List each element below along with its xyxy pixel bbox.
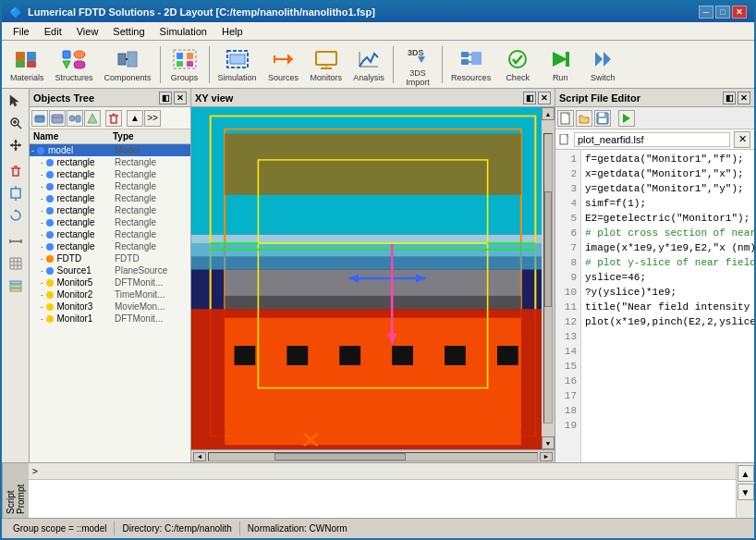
tree-row[interactable]: · rectangle Rectangle [30, 216, 190, 228]
script-filename-input[interactable] [574, 132, 730, 147]
script-run-button[interactable] [618, 110, 635, 127]
scroll-down-button[interactable]: ▼ [542, 436, 555, 449]
menu-view[interactable]: View [69, 24, 106, 39]
scroll-up-button[interactable]: ▲ [542, 107, 555, 120]
script-prompt-tab[interactable]: Script Prompt [2, 463, 29, 518]
scroll-thumb-v[interactable] [544, 191, 552, 307]
script-clear-button[interactable]: ✕ [734, 131, 750, 148]
menu-setting[interactable]: Setting [105, 24, 152, 39]
toolbar-materials[interactable]: Materials [6, 43, 49, 85]
tool-select[interactable] [6, 91, 26, 111]
tree-row[interactable]: · Monitor2 TimeMonit... [30, 288, 190, 301]
panel-close-button[interactable]: ✕ [174, 92, 187, 104]
svg-rect-4 [63, 51, 70, 58]
prompt-toolbar-v: ▲ ▼ [736, 463, 754, 518]
svg-point-72 [69, 116, 75, 121]
canvas-vertical-scrollbar[interactable]: ▲ ▼ [542, 107, 555, 449]
xy-close-button[interactable]: ✕ [538, 92, 551, 104]
toolbar-monitors[interactable]: Monitors [306, 43, 348, 85]
scroll-thumb-h[interactable] [274, 453, 406, 460]
line-number: 19 [559, 418, 577, 433]
tree-row[interactable]: · FDTD FDTD [30, 252, 190, 264]
code-area[interactable]: f=getdata("Monitor1","f");x=getdata("Mon… [581, 150, 754, 462]
xy-undock-button[interactable]: ◧ [523, 92, 536, 104]
prompt-input[interactable] [29, 480, 736, 518]
line-number: 8 [559, 255, 577, 270]
tool-pan[interactable] [6, 135, 26, 155]
tool-measure[interactable] [6, 231, 26, 252]
minimize-button[interactable]: ─ [699, 6, 713, 18]
tree-row[interactable]: - model Model [30, 144, 190, 156]
canvas-horizontal-scrollbar[interactable]: ◄ ► [191, 449, 555, 462]
toolbar-sources[interactable]: Sources [263, 43, 304, 85]
tree-row[interactable]: · rectangle Rectangle [30, 240, 190, 252]
tool-rotate[interactable] [6, 205, 26, 226]
script-new-button[interactable] [557, 110, 574, 127]
line-number: 6 [559, 226, 577, 240]
maximize-button[interactable]: □ [715, 6, 730, 18]
toolbar-components[interactable]: Components [100, 43, 156, 85]
tool-move[interactable] [6, 183, 26, 203]
tree-row[interactable]: · rectangle Rectangle [30, 228, 190, 240]
tool-grid[interactable] [6, 253, 26, 274]
tree-item-name: rectangle [57, 205, 95, 215]
close-button[interactable]: ✕ [732, 6, 747, 18]
panel-undock-button[interactable]: ◧ [159, 92, 172, 104]
toolbar-analysis[interactable]: Analysis [348, 43, 389, 85]
svg-rect-1 [27, 52, 36, 61]
toolbar-simulation[interactable]: Simulation [213, 43, 262, 85]
tree-row[interactable]: · Monitor1 DFTMonit... [30, 313, 190, 325]
simulation-canvas-area[interactable]: ▲ ▼ [191, 107, 555, 449]
scroll-right-button[interactable]: ► [540, 452, 553, 461]
scroll-left-button[interactable]: ◄ [193, 452, 206, 461]
svg-rect-9 [128, 52, 137, 67]
tree-row[interactable]: · rectangle Rectangle [30, 168, 190, 180]
tree-item-name: rectangle [57, 181, 95, 191]
tree-row[interactable]: · rectangle Rectangle [30, 192, 190, 204]
tree-delete-button[interactable] [105, 110, 122, 127]
tree-add2-button[interactable] [49, 110, 66, 127]
tool-delete[interactable] [6, 161, 26, 181]
toolbar-groups[interactable]: Groups [165, 43, 205, 85]
tree-row[interactable]: · rectangle Rectangle [30, 204, 190, 216]
tree-expand-button[interactable]: >> [144, 110, 161, 127]
toolbar-resources[interactable]: Resources [446, 43, 495, 85]
tree-add3-button[interactable] [67, 110, 83, 127]
tree-expand-icon: · [41, 218, 43, 227]
script-editor-header: Script File Editor ◧ ✕ [555, 89, 754, 107]
tree-add-button[interactable] [31, 110, 48, 127]
tree-row[interactable]: · rectangle Rectangle [30, 180, 190, 192]
prompt-scroll-up[interactable]: ▲ [738, 465, 754, 482]
menu-help[interactable]: Help [214, 24, 250, 39]
menu-file[interactable]: File [6, 24, 37, 39]
script-open-button[interactable] [576, 110, 592, 127]
tool-layers[interactable] [6, 276, 26, 296]
script-undock-button[interactable]: ◧ [723, 92, 736, 104]
svg-rect-35 [566, 52, 569, 67]
svg-rect-65 [10, 281, 21, 284]
prompt-scroll-dn[interactable]: ▼ [738, 484, 754, 500]
tree-row[interactable]: · Monitor3 MovieMon... [30, 301, 190, 313]
svg-rect-28 [461, 52, 469, 57]
toolbar-run[interactable]: Run [540, 43, 580, 85]
tree-row[interactable]: · Source1 PlaneSource [30, 264, 190, 276]
toolbar-switch[interactable]: Switch [582, 43, 623, 85]
toolbar-check[interactable]: Check [497, 43, 538, 85]
tree-row[interactable]: · rectangle Rectangle [30, 156, 190, 168]
tree-row[interactable]: · Monitor5 DFTMonit... [30, 276, 190, 288]
menu-simulation[interactable]: Simulation [152, 24, 214, 39]
tree-dot-icon [46, 267, 54, 275]
menu-edit[interactable]: Edit [37, 24, 69, 39]
code-line: simf=f(1); [585, 196, 750, 211]
toolbar-import[interactable]: 3DS 3DSImport [397, 39, 438, 90]
scroll-track-v[interactable] [543, 133, 553, 423]
tree-add4-button[interactable] [84, 110, 101, 127]
script-close-button[interactable]: ✕ [738, 92, 750, 104]
tool-zoom[interactable] [6, 113, 26, 133]
toolbar-structures[interactable]: Structures [51, 43, 98, 85]
run-icon [545, 46, 575, 72]
status-group-scope: Group scope = ::model [6, 522, 115, 535]
scroll-track-h[interactable] [208, 452, 538, 461]
script-save-button[interactable] [594, 110, 611, 127]
tree-up-button[interactable]: ▲ [127, 110, 143, 127]
